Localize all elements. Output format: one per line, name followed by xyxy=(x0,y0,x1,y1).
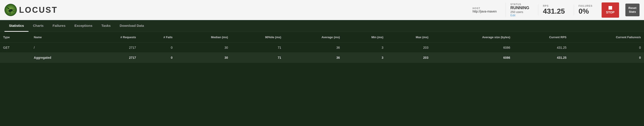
cell-min: 3 xyxy=(343,43,386,53)
col-p90: 90%ile (ms) xyxy=(231,32,284,43)
cell-fails: 0 xyxy=(139,43,176,53)
failures-label: FAILURES xyxy=(578,4,592,7)
failures-block: FAILURES 0% xyxy=(574,4,592,15)
host-label: HOST xyxy=(472,7,480,10)
agg-median: 30 xyxy=(176,53,231,63)
header: LOCUST HOST http://java-maven STATUS RUN… xyxy=(0,0,644,20)
cell-median: 30 xyxy=(176,43,231,53)
status-label: STATUS xyxy=(510,3,521,5)
tab-exceptions[interactable]: Exceptions xyxy=(70,20,97,32)
cell-p90: 71 xyxy=(231,43,284,53)
agg-min: 3 xyxy=(343,53,386,63)
logo-area: LOCUST xyxy=(4,4,58,16)
status-block: STATUS RUNNING 250 users Edit xyxy=(506,3,529,17)
aggregated-row: Aggregated 2717 0 30 71 36 3 203 6086 43… xyxy=(0,53,644,63)
col-current-failures: Current Failures/s xyxy=(570,32,644,43)
col-avg-size: Average size (bytes) xyxy=(432,32,514,43)
agg-requests: 2717 xyxy=(87,53,139,63)
rps-block: RPS 431.25 xyxy=(538,4,565,15)
agg-fails: 0 xyxy=(139,53,176,63)
status-edit-link[interactable]: Edit xyxy=(510,14,515,17)
col-name: Name xyxy=(31,32,87,43)
cell-name: / xyxy=(31,43,87,53)
cell-current-rps: 431.25 xyxy=(514,43,570,53)
statistics-table: Type Name # Requests # Fails Median (ms)… xyxy=(0,32,644,63)
col-max: Max (ms) xyxy=(386,32,432,43)
logo-text: LOCUST xyxy=(19,5,58,15)
agg-current-rps: 431.25 xyxy=(514,53,570,63)
status-users: 250 users xyxy=(510,10,523,14)
tab-statistics[interactable]: Statistics xyxy=(4,20,28,32)
table-header-row: Type Name # Requests # Fails Median (ms)… xyxy=(0,32,644,43)
host-value: http://java-maven xyxy=(472,10,496,13)
cell-requests: 2717 xyxy=(87,43,139,53)
col-current-rps: Current RPS xyxy=(514,32,570,43)
rps-label: RPS xyxy=(543,4,549,7)
reset-button-line2: Stats xyxy=(629,10,636,13)
stop-button[interactable]: STOP xyxy=(602,2,619,18)
agg-type xyxy=(0,53,31,63)
reset-stats-button[interactable]: Reset Stats xyxy=(626,3,640,16)
stop-button-label: STOP xyxy=(606,10,614,14)
status-value: RUNNING xyxy=(510,5,529,10)
agg-current-failures: 0 xyxy=(570,53,644,63)
agg-average: 36 xyxy=(284,53,343,63)
cell-max: 203 xyxy=(386,43,432,53)
cell-average: 36 xyxy=(284,43,343,53)
nav-tabs: Statistics Charts Failures Exceptions Ta… xyxy=(0,20,644,32)
cell-avg-size: 6086 xyxy=(432,43,514,53)
col-fails: # Fails xyxy=(139,32,176,43)
tab-failures[interactable]: Failures xyxy=(48,20,70,32)
agg-avg-size: 6086 xyxy=(432,53,514,63)
col-average: Average (ms) xyxy=(284,32,343,43)
stop-icon xyxy=(608,6,612,10)
svg-point-8 xyxy=(8,8,9,9)
rps-value: 431.25 xyxy=(543,7,565,15)
tab-download-data[interactable]: Download Data xyxy=(115,20,148,32)
reset-button-line1: Reset xyxy=(628,6,636,10)
cell-current-failures: 0 xyxy=(570,43,644,53)
locust-logo-icon xyxy=(4,4,17,16)
table-row: GET / 2717 0 30 71 36 3 203 6086 431.25 … xyxy=(0,43,644,53)
col-min: Min (ms) xyxy=(343,32,386,43)
col-requests: # Requests xyxy=(87,32,139,43)
tab-charts[interactable]: Charts xyxy=(28,20,48,32)
agg-max: 203 xyxy=(386,53,432,63)
col-type: Type xyxy=(0,32,31,43)
tab-tasks[interactable]: Tasks xyxy=(97,20,115,32)
statistics-table-area: Type Name # Requests # Fails Median (ms)… xyxy=(0,32,644,63)
failures-value: 0% xyxy=(578,7,589,15)
agg-p90: 71 xyxy=(231,53,284,63)
cell-type: GET xyxy=(0,43,31,53)
agg-name: Aggregated xyxy=(31,53,87,63)
col-median: Median (ms) xyxy=(176,32,231,43)
host-block: HOST http://java-maven xyxy=(472,7,496,13)
